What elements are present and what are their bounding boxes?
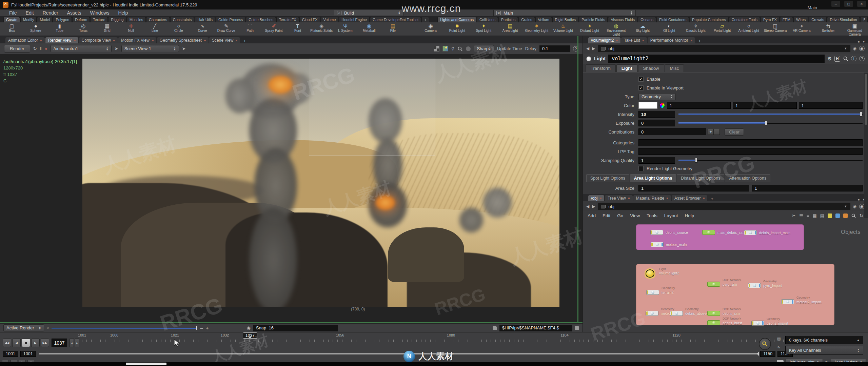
shelf-tool[interactable]: ◈ Platonic Solids (310, 23, 333, 33)
pane-tab[interactable]: volumelight2 (588, 37, 620, 43)
network-node[interactable]: Geometry debris_import (751, 321, 764, 326)
pane-tab[interactable]: Take List (621, 37, 647, 43)
node-path-field[interactable]: obj ▼ (598, 45, 850, 52)
pause-icon[interactable]: ‖ (40, 46, 42, 51)
save-icon[interactable] (493, 326, 497, 330)
viewer-selector[interactable]: Scene View 1▲▼ (121, 45, 179, 52)
maximize-button[interactable]: □ (844, 1, 853, 7)
shelf-tool[interactable]: ✦ Spot Light (470, 23, 497, 33)
back-icon[interactable]: ◀ (586, 204, 589, 209)
minimize-button[interactable]: – (831, 1, 840, 7)
enable-viewport-checkbox[interactable]: ✓ (638, 85, 644, 90)
network-node[interactable]: Light volumelight2 (646, 269, 657, 278)
shelf-tool[interactable]: ▢ Box (0, 23, 24, 33)
shelf-tab[interactable]: Muscles (127, 17, 146, 22)
menu-item[interactable]: Windows (86, 10, 114, 16)
pin-icon[interactable]: ◉ (853, 46, 856, 51)
back-icon[interactable]: ◀ (586, 46, 589, 51)
pane-tab[interactable]: /obj (588, 195, 604, 201)
pane-menu-icon[interactable]: ■ (858, 40, 860, 43)
shelf-tab[interactable]: Populate Containers (689, 17, 729, 22)
shelf-tab[interactable]: Volume (321, 17, 339, 22)
refresh-icon[interactable]: ↻ (860, 213, 863, 218)
shelf-tab[interactable]: Fluid Containers (656, 17, 689, 22)
menu-item[interactable]: File (5, 10, 21, 16)
shelf-tab[interactable]: Particle Fluids (579, 17, 608, 22)
forward-icon[interactable]: ▶ (592, 46, 595, 51)
pick-rop-icon[interactable]: ➤ (115, 46, 118, 51)
network-menu-item[interactable]: Layout (664, 213, 678, 218)
save-snapshot-icon[interactable] (575, 326, 579, 330)
shelf-tool[interactable]: ✹ Point Light (444, 23, 470, 33)
network-node[interactable]: DOP Network debris_burst (707, 320, 720, 325)
shelf-tool[interactable]: ◉ Metaball (357, 23, 381, 33)
option-tab[interactable]: Distant Light Options (677, 174, 724, 182)
network-node[interactable]: meteor_main (651, 242, 664, 247)
network-box-debris[interactable]: debris_source main_debris_sim debris_imp… (636, 224, 804, 250)
shelf-tab[interactable]: Guide Process (216, 17, 245, 22)
sampling-quality-field[interactable]: 1 (638, 157, 675, 164)
network-node[interactable]: Geometry meteor2 (646, 311, 658, 316)
sharpness-selector[interactable]: Sharp▲▼ (474, 45, 494, 52)
area-size-x-field[interactable]: 1 (638, 185, 749, 191)
transport-button[interactable]: ▶▶ (41, 339, 49, 347)
network-node[interactable]: Geometry debris_above (670, 311, 683, 316)
add-contribution-button[interactable]: + (708, 129, 714, 135)
shelf-tool[interactable]: ● Sphere (24, 23, 47, 33)
network-node[interactable]: debris_import_main (744, 230, 757, 235)
prev-key-button[interactable]: ◂ (70, 339, 74, 347)
inspect-icon[interactable] (457, 46, 463, 52)
color-b-field[interactable]: 1 (799, 102, 863, 109)
render-light-geometry-checkbox[interactable] (638, 166, 644, 171)
pane-tab[interactable]: Animation Editor (5, 37, 45, 43)
clear-icon[interactable]: × (47, 326, 49, 330)
network-path-field[interactable]: obj ▼ (598, 203, 850, 210)
shelf-tab[interactable]: Polygon (53, 17, 72, 22)
folder-tab[interactable]: Shadow (638, 64, 664, 72)
shelf-tab[interactable]: Wires (793, 17, 808, 22)
shelf-tab[interactable]: Create (3, 17, 20, 22)
stop-render-icon[interactable]: ● (45, 46, 47, 51)
shelf-tab[interactable]: Viscous Fluids (608, 17, 637, 22)
shelf-tool[interactable]: Ψ L-System (333, 23, 357, 33)
gallery-icon[interactable] (835, 214, 840, 218)
region-render-icon[interactable] (466, 46, 471, 51)
menu-item[interactable]: Assets (63, 10, 86, 16)
shelf-tool[interactable]: ▤ Area Light (497, 23, 524, 33)
current-frame-field[interactable]: 1037 (52, 339, 67, 347)
shelf-tab[interactable]: Rigging (108, 17, 126, 22)
shelf-tool[interactable]: ⇆ Switcher (815, 23, 842, 33)
path-caret-icon[interactable]: ▼ (844, 205, 847, 208)
shelf-tool[interactable]: T Font (286, 23, 310, 33)
network-node[interactable]: Geometry pyro_import (748, 283, 761, 288)
houdini-badge-icon[interactable]: H (834, 56, 840, 62)
snapshot-history-slider[interactable] (52, 326, 197, 330)
intensity-field[interactable]: 10 (638, 111, 675, 118)
pane-tab[interactable]: Composite View (79, 37, 118, 43)
network-menu-item[interactable]: Add (588, 213, 596, 218)
shelf-tool[interactable]: ✛ Null (119, 23, 143, 33)
network-node[interactable]: Geometry terrain2 (646, 290, 659, 295)
network-node[interactable]: main_debris_sim (702, 230, 715, 235)
desktop-selector[interactable]: ⌂ Build ▲▼ (334, 10, 403, 16)
network-box-pyro[interactable]: Light volumelight2 Geometry terrain2 DOP… (636, 264, 834, 325)
pane-tab[interactable]: Asset Browser (672, 195, 707, 201)
shelf-tab[interactable]: Pyro FX (761, 17, 780, 22)
light-type-selector[interactable]: Geometry▲▼ (638, 93, 676, 100)
intensity-slider[interactable] (678, 112, 863, 117)
sampling-quality-slider[interactable] (678, 158, 863, 163)
assets-icon[interactable] (843, 214, 848, 218)
shelf-tab[interactable]: Constraints (170, 17, 195, 22)
area-size-y-field[interactable]: 1 (752, 185, 863, 191)
shelf-tool[interactable]: ⌒ Path (238, 23, 262, 33)
shelf-tool[interactable]: ◉ Camera (417, 23, 444, 33)
tools-icon[interactable]: ✂ (792, 213, 796, 218)
shelf-tab[interactable]: Deform (72, 17, 90, 22)
range-slider[interactable] (39, 353, 757, 354)
parameter-scrollbar[interactable] (864, 73, 868, 218)
shelf-tab[interactable]: Particles (498, 17, 518, 22)
menu-item[interactable]: Help (114, 10, 132, 16)
shelf-tab[interactable]: Texture (90, 17, 108, 22)
pane-tab[interactable]: Performance Monitor (648, 37, 695, 43)
transport-button[interactable]: ■ (22, 339, 30, 347)
